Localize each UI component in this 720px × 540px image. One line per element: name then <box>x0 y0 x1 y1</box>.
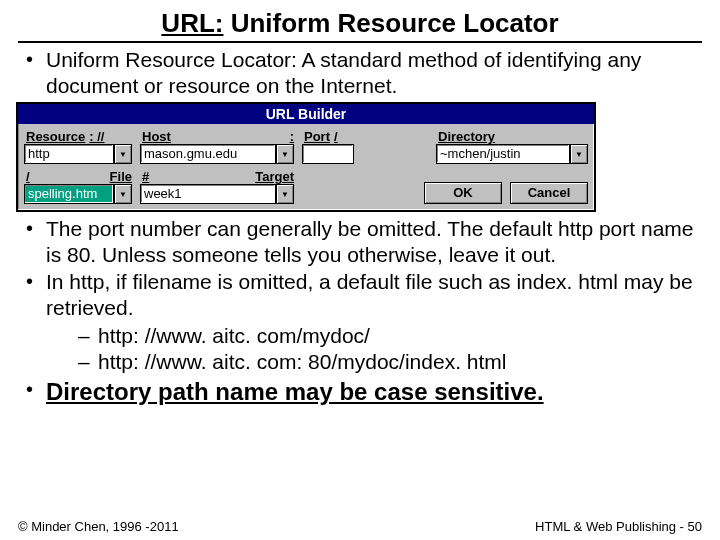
footer-copyright: © Minder Chen, 1996 -2011 <box>18 519 179 534</box>
footer-page: HTML & Web Publishing - 50 <box>535 519 702 534</box>
label-directory: Directory <box>438 129 495 144</box>
port-input[interactable] <box>302 144 354 164</box>
resource-input[interactable]: http <box>24 144 114 164</box>
host-input[interactable]: mason.gmu.edu <box>140 144 276 164</box>
directory-dropdown-icon[interactable]: ▼ <box>570 144 588 164</box>
target-input[interactable]: week1 <box>140 184 276 204</box>
file-dropdown-icon[interactable]: ▼ <box>114 184 132 204</box>
label-target: Target <box>255 169 294 184</box>
label-port: Port <box>304 129 330 144</box>
resource-dropdown-icon[interactable]: ▼ <box>114 144 132 164</box>
title-rest: Uniform Resource Locator <box>223 8 558 38</box>
url-builder-window: URL Builder Resource: // http ▼ Host: ma… <box>16 102 596 212</box>
label-host: Host <box>142 129 171 144</box>
label-resource: Resource <box>26 129 85 144</box>
label-slash-1: / <box>334 129 338 144</box>
example-1: http: //www. aitc. com/mydoc/ <box>76 323 702 349</box>
bullet-filename: In http, if filename is omitted, a defau… <box>46 270 693 319</box>
directory-input[interactable]: ~mchen/justin <box>436 144 570 164</box>
title-prefix: URL: <box>161 8 223 38</box>
bullet-case: Directory path name may be case sensitiv… <box>46 378 544 405</box>
bullet-port: The port number can generally be omitted… <box>24 216 702 267</box>
slide-title: URL: Uniform Resource Locator <box>18 8 702 43</box>
ok-button[interactable]: OK <box>424 182 502 204</box>
label-file: File <box>110 169 132 184</box>
label-port-sep: : <box>290 129 294 144</box>
cancel-button[interactable]: Cancel <box>510 182 588 204</box>
bullet-definition: Uniform Resource Locator: A standard met… <box>24 47 702 98</box>
label-slash-2: / <box>26 169 30 184</box>
file-input[interactable]: spelling.htm <box>24 184 114 204</box>
window-title: URL Builder <box>18 104 594 124</box>
target-dropdown-icon[interactable]: ▼ <box>276 184 294 204</box>
label-scheme-sep: : // <box>89 129 104 144</box>
example-2: http: //www. aitc. com: 80/mydoc/index. … <box>76 349 702 375</box>
label-hash: # <box>142 169 149 184</box>
host-dropdown-icon[interactable]: ▼ <box>276 144 294 164</box>
